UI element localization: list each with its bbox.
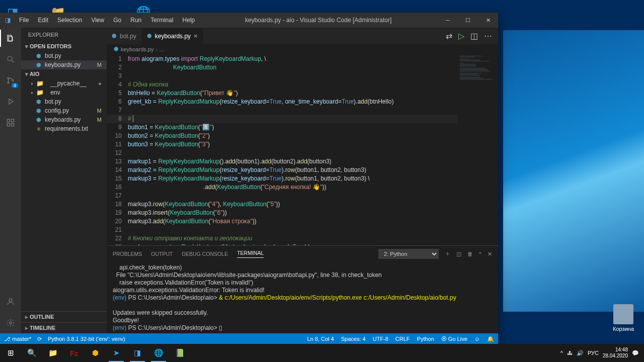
kill-terminal-icon[interactable]: 🗑 [467,251,473,257]
editor-area: ⬢bot.py ⬢keyboards.py× ⇄ ▷ ◫ ⋯ ⬢keyboard… [107,28,498,333]
top-menu: File Edit Selection View Go Run Terminal… [15,15,199,26]
scm-icon[interactable]: 4 [4,74,17,87]
run-icon[interactable]: ▷ [458,31,464,41]
menu-help[interactable]: Help [179,15,199,26]
compare-icon[interactable]: ⇄ [446,31,452,41]
status-lang[interactable]: Python [417,336,434,342]
file-config[interactable]: ⬢config.pyM [21,106,107,115]
status-spaces[interactable]: Spaces: 4 [341,336,366,342]
section-open-editors[interactable]: OPEN EDITORS [21,42,107,51]
system-tray: ^ 🖧 🔊 РУС 14:4828.04.2020 💬 [560,347,644,359]
start-button[interactable]: ⊞ [0,344,21,362]
code-editor[interactable]: 123456789101112131415161718192021222324 … [107,54,498,245]
menu-go[interactable]: Go [109,15,125,26]
menu-run[interactable]: Run [126,15,145,26]
window-title: keyboards.py - aio - Visual Studio Code … [199,17,438,24]
terminal-selector[interactable]: 2: Python [378,249,439,259]
folder-pycache[interactable]: 📁 __pycache__● [21,79,107,88]
section-outline[interactable]: OUTLINE [21,311,107,322]
menu-terminal[interactable]: Terminal [146,15,177,26]
openeditor-bot[interactable]: ⬢bot.py [21,51,107,60]
status-bell-icon[interactable]: 🔔 [487,336,494,342]
close-tab-icon[interactable]: × [194,32,198,40]
activity-bar: 4 [0,28,21,333]
status-golive[interactable]: ⦿ Go Live [441,336,467,342]
menu-edit[interactable]: Edit [34,15,52,26]
taskbar-search[interactable]: 🔍 [21,344,42,362]
statusbar: ⎇ master* ⟳ Python 3.8.1 32-bit ('env': … [0,333,498,344]
tray-lang[interactable]: РУС [588,350,599,356]
menu-view[interactable]: View [87,15,108,26]
panel-terminal[interactable]: TERMINAL [237,250,264,258]
panel-debug[interactable]: DEBUG CONSOLE [182,251,228,257]
status-position[interactable]: Ln 8, Col 4 [307,336,334,342]
status-branch[interactable]: ⎇ master* [4,336,31,342]
status-python[interactable]: Python 3.8.1 32-bit ('env': venv) [48,336,125,342]
maximize-panel-icon[interactable]: ^ [479,251,481,257]
status-eol[interactable]: CRLF [395,336,410,342]
svg-point-1 [8,77,9,79]
status-sync[interactable]: ⟳ [37,336,42,342]
taskbar-chrome[interactable]: 🌐 [148,344,169,362]
svg-rect-6 [7,124,10,126]
recycle-bin[interactable]: Корзина [613,304,634,332]
accounts-icon[interactable] [4,295,17,308]
taskbar-vscode[interactable]: ◨ [127,344,148,362]
section-project[interactable]: AIO [21,69,107,79]
more-icon[interactable]: ⋯ [484,31,492,41]
vscode-logo-icon: ◨ [0,17,15,24]
section-timeline[interactable]: TIMELINE [21,322,107,333]
taskbar-telegram[interactable]: ➤ [106,344,127,362]
editor-tabs: ⬢bot.py ⬢keyboards.py× ⇄ ▷ ◫ ⋯ [107,28,498,44]
extensions-icon[interactable] [4,116,17,129]
titlebar: ◨ File Edit Selection View Go Run Termin… [0,13,498,28]
panel-problems[interactable]: PROBLEMS [113,251,142,257]
split-terminal-icon[interactable]: ◫ [456,251,461,257]
menu-selection[interactable]: Selection [53,15,86,26]
taskbar-explorer[interactable]: 📁 [42,344,63,362]
svg-point-8 [9,299,12,302]
maximize-button[interactable]: ☐ [458,13,478,28]
taskbar-filezilla[interactable]: Fz [63,344,85,362]
tab-keyboards[interactable]: ⬢keyboards.py× [142,28,203,44]
svg-rect-7 [12,124,14,126]
close-panel-icon[interactable]: ✕ [488,251,492,257]
new-terminal-icon[interactable]: ＋ [445,250,450,257]
taskbar-app1[interactable]: ⬢ [85,344,106,362]
tray-chevron-icon[interactable]: ^ [560,350,563,356]
tray-clock[interactable]: 14:4828.04.2020 [603,347,628,359]
settings-icon[interactable] [4,316,17,329]
terminal-output[interactable]: api.check_token(token) File "C:\Users\Ad… [107,262,498,333]
minimap[interactable] [458,54,498,245]
svg-point-2 [8,82,9,83]
panel-output[interactable]: OUTPUT [151,251,173,257]
explorer-icon[interactable] [4,32,17,45]
status-encoding[interactable]: UTF-8 [373,336,388,342]
taskbar-notepad[interactable]: 📗 [169,344,190,362]
close-button[interactable]: ✕ [478,13,498,28]
openeditor-keyboards[interactable]: ⬢keyboards.pyM [21,60,107,69]
search-icon[interactable] [4,53,17,66]
status-feedback-icon[interactable]: ☺ [474,336,480,342]
svg-rect-5 [12,119,14,122]
folder-env[interactable]: 📁 env [21,88,107,97]
tray-network-icon[interactable]: 🖧 [567,350,573,356]
tray-volume-icon[interactable]: 🔊 [577,350,584,356]
svg-point-3 [12,80,14,81]
tab-bot[interactable]: ⬢bot.py [107,28,142,44]
svg-point-0 [8,56,12,61]
minimize-button[interactable]: ─ [438,13,458,28]
file-keyboards[interactable]: ⬢keyboards.pyM [21,115,107,124]
menu-file[interactable]: File [15,15,33,26]
breadcrumb[interactable]: ⬢keyboards.py›... [107,44,498,54]
split-icon[interactable]: ◫ [470,31,478,41]
sidebar-title: EXPLORER [21,28,107,42]
code-content[interactable]: from aiogram.types import ReplyKeyboardM… [128,54,458,245]
line-numbers: 123456789101112131415161718192021222324 [107,54,128,245]
file-requirements[interactable]: ≡requirements.txt [21,124,107,133]
tray-notifications-icon[interactable]: 💬 [632,350,639,356]
debug-icon[interactable] [4,95,17,108]
scm-badge: 4 [12,83,18,88]
svg-rect-4 [7,119,10,122]
file-bot[interactable]: ⬢bot.py [21,97,107,106]
